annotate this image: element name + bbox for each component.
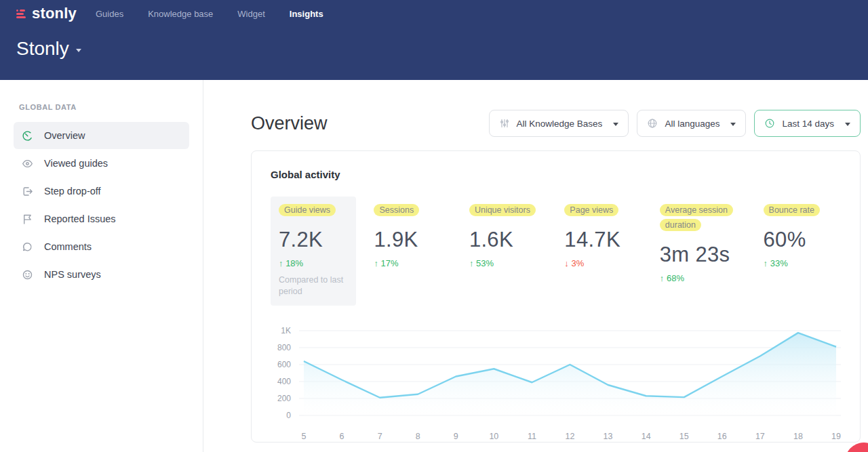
languages-filter-value: All languages	[665, 119, 719, 129]
main-content: Overview All Knowledge Bases	[203, 80, 868, 452]
metrics-row: Guide views 7.2K ↑ 18% Compared to last …	[271, 197, 841, 306]
sidebar-item-reported-issues[interactable]: Reported Issues	[14, 205, 189, 232]
comment-icon	[22, 241, 33, 253]
main-nav: Guides Knowledge base Widget Insights	[96, 9, 323, 19]
sidebar-item-label: Viewed guides	[44, 158, 108, 169]
chart-plot-area: 5678910111213141516171819	[299, 322, 841, 443]
sidebar-item-comments[interactable]: Comments	[14, 233, 189, 260]
metric-delta: ↑ 18%	[279, 258, 348, 268]
date-range-filter[interactable]: Last 14 days	[754, 110, 861, 137]
y-axis-tick-label: 1K	[281, 326, 291, 335]
metric-avg-session-duration[interactable]: Average session duration 3m 23s ↑ 68%	[652, 197, 746, 306]
sidebar-item-overview[interactable]: Overview	[14, 122, 189, 149]
top-navigation: stonly Guides Knowledge base Widget Insi…	[0, 0, 868, 27]
stonly-logo[interactable]: stonly	[16, 6, 77, 21]
metric-label: Unique visitors	[469, 204, 536, 216]
metric-delta: ↓ 3%	[564, 258, 633, 268]
metric-page-views[interactable]: Page views 14.7K ↓ 3%	[556, 197, 642, 306]
knowledge-bases-filter-value: All Knowledge Bases	[517, 119, 603, 129]
metric-value: 1.6K	[469, 228, 538, 252]
arrow-down-icon: ↓	[564, 258, 569, 268]
app-header: stonly Guides Knowledge base Widget Insi…	[0, 0, 868, 80]
nav-item-guides[interactable]: Guides	[96, 9, 123, 19]
sidebar-item-label: Comments	[44, 241, 92, 252]
card-title: Global activity	[271, 169, 841, 180]
area-chart	[299, 322, 841, 424]
metric-compare-note: Compared to last period	[279, 274, 348, 297]
x-axis-tick-label: 11	[528, 432, 536, 441]
metric-delta: ↑ 33%	[764, 258, 833, 268]
metric-value: 7.2K	[279, 228, 348, 252]
metric-label: Average session duration	[660, 204, 733, 231]
x-axis-tick-label: 17	[755, 432, 765, 441]
arrow-up-icon: ↑	[469, 258, 474, 268]
sidebar: GLOBAL DATA Overview Viewed guides Step …	[0, 80, 203, 452]
y-axis-tick-label: 0	[286, 411, 291, 420]
activity-chart: 02004006008001K 567891011121314151617181…	[271, 322, 841, 443]
metric-delta: ↑ 53%	[469, 258, 538, 268]
metric-label: Sessions	[374, 204, 419, 216]
step-out-icon	[22, 186, 33, 197]
sliders-icon	[499, 118, 510, 129]
metric-label: Bounce rate	[764, 204, 820, 216]
nav-item-knowledge-base[interactable]: Knowledge base	[148, 9, 213, 19]
sidebar-section-title: GLOBAL DATA	[19, 103, 189, 111]
filters: All Knowledge Bases All languages	[489, 110, 861, 137]
sidebar-item-viewed-guides[interactable]: Viewed guides	[14, 150, 189, 177]
arrow-up-icon: ↑	[660, 273, 665, 283]
chart-y-axis: 02004006008001K	[271, 322, 299, 443]
metric-value: 3m 23s	[660, 243, 738, 267]
workspace-name: Stonly	[16, 38, 69, 60]
x-axis-tick-label: 9	[454, 432, 458, 441]
metric-sessions[interactable]: Sessions 1.9K ↑ 17%	[366, 197, 451, 306]
nav-item-insights[interactable]: Insights	[290, 9, 323, 19]
chevron-down-icon	[845, 123, 850, 126]
metric-label: Guide views	[279, 204, 336, 216]
metric-bounce-rate[interactable]: Bounce rate 60% ↑ 33%	[755, 197, 841, 306]
y-axis-tick-label: 400	[277, 377, 291, 386]
metric-guide-views[interactable]: Guide views 7.2K ↑ 18% Compared to last …	[271, 197, 356, 306]
arrow-up-icon: ↑	[374, 258, 378, 268]
metric-delta: ↑ 17%	[374, 258, 443, 268]
chart-x-axis: 5678910111213141516171819	[299, 429, 841, 443]
nav-item-widget[interactable]: Widget	[237, 9, 264, 19]
arrow-up-icon: ↑	[279, 258, 283, 268]
clock-icon	[764, 118, 775, 129]
gauge-icon	[22, 130, 33, 142]
flag-icon	[22, 213, 33, 225]
workspace-selector[interactable]: Stonly	[0, 27, 98, 60]
sidebar-item-label: Step drop-off	[44, 186, 101, 197]
chevron-down-icon	[613, 123, 618, 126]
metric-delta: ↑ 68%	[660, 273, 738, 283]
y-axis-tick-label: 800	[277, 343, 291, 352]
languages-filter[interactable]: All languages	[637, 110, 746, 137]
x-axis-tick-label: 13	[604, 432, 613, 441]
x-axis-tick-label: 18	[793, 432, 803, 441]
x-axis-tick-label: 15	[679, 432, 689, 441]
x-axis-tick-label: 12	[566, 432, 575, 441]
chevron-down-icon	[76, 49, 81, 52]
y-axis-tick-label: 200	[277, 394, 291, 403]
sidebar-item-step-drop-off[interactable]: Step drop-off	[14, 178, 189, 205]
metric-value: 14.7K	[564, 228, 633, 252]
x-axis-tick-label: 16	[717, 432, 727, 441]
x-axis-tick-label: 7	[378, 432, 382, 441]
sidebar-item-label: NPS surveys	[44, 269, 101, 280]
date-range-filter-value: Last 14 days	[782, 119, 834, 129]
stonly-logo-text: stonly	[32, 6, 77, 21]
globe-icon	[647, 118, 658, 129]
x-axis-tick-label: 14	[642, 432, 651, 441]
sidebar-item-nps-surveys[interactable]: NPS surveys	[14, 261, 189, 288]
metric-value: 60%	[764, 228, 833, 252]
x-axis-tick-label: 5	[302, 432, 307, 441]
metric-unique-visitors[interactable]: Unique visitors 1.6K ↑ 53%	[461, 197, 547, 306]
y-axis-tick-label: 600	[277, 360, 291, 369]
x-axis-tick-label: 8	[416, 432, 420, 441]
sidebar-item-label: Reported Issues	[44, 213, 116, 224]
metric-label: Page views	[564, 204, 618, 216]
stonly-logo-icon	[16, 9, 27, 18]
chevron-down-icon	[730, 123, 736, 126]
x-axis-tick-label: 6	[340, 432, 344, 441]
knowledge-bases-filter[interactable]: All Knowledge Bases	[489, 110, 629, 137]
page-title: Overview	[251, 113, 328, 134]
